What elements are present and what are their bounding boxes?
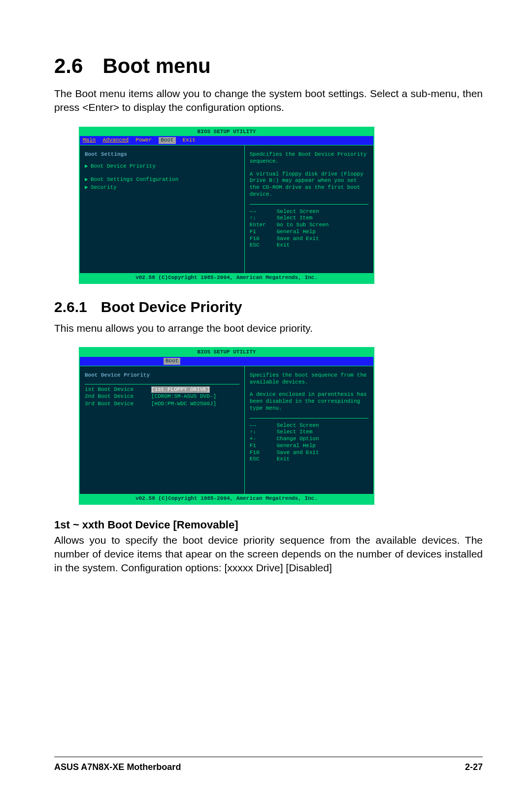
section-title-text: Boot menu [102,54,210,78]
section-number: 2.6 [54,54,83,78]
bios-menubar: Main Advanced Power Boot Exit [80,136,373,145]
bios-tab-boot[interactable]: Boot [159,137,175,144]
bios-tab-power[interactable]: Power [135,137,152,144]
footer-product: ASUS A7N8X-XE Motherboard [54,762,181,772]
subsection-heading: 2.6.1 Boot Device Priority [54,299,483,315]
bios-pane-heading: Boot Settings [85,151,239,158]
bios-option-1st-boot-device[interactable]: 1st Boot Device [1st FLOPPY DRIVE] [85,386,239,393]
bios-key-legend: ←→Select Screen ↑↓Select Item EnterGo to… [250,204,368,249]
subsection-number: 2.6.1 [54,299,87,315]
bios-help-pane: Spedcifies the Boot Device Proiority seq… [245,145,373,273]
bios-title: BIOS SETUP UTILITY [80,348,373,357]
bios-tab-main[interactable]: Main [83,137,96,144]
subsection-intro: This menu allows you to arrange the boot… [54,321,483,335]
bios-copyright: v02.58 (C)Copyright 1985-2004, American … [80,273,373,283]
footer-page-number: 2-27 [465,762,483,772]
bios-screenshot-boot-menu: BIOS SETUP UTILITY Main Advanced Power B… [79,127,374,284]
bios-left-pane: Boot Settings ▶ Boot Device Priority ▶ B… [80,145,245,273]
bios-submenu-boot-settings-config[interactable]: ▶ Boot Settings Configuration [85,176,239,183]
option-body: Allows you to specify the boot device pr… [54,533,483,575]
bios-key-legend: ←→Select Screen ↑↓Select Item +-Change O… [250,418,368,463]
bios-tab-exit[interactable]: Exit [183,137,196,144]
bios-menubar: Boot [80,357,373,366]
bios-help-text-1: Specifies the boot sequence from the ava… [250,372,368,386]
bios-screenshot-boot-device-priority: BIOS SETUP UTILITY Boot Boot Device Prio… [79,347,374,504]
bios-option-3rd-boot-device[interactable]: 3rd Boot Device [HDD:PM-WDC WD2500J] [85,401,239,408]
bios-tab-advanced[interactable]: Advanced [102,137,129,144]
bios-option-2nd-boot-device[interactable]: 2nd Boot Device [CDROM:SM-ASUS DVD-] [85,393,239,400]
bios-left-pane: Boot Device Priority 1st Boot Device [1s… [80,366,245,494]
bios-tab-boot[interactable]: Boot [164,358,180,365]
page-footer: ASUS A7N8X-XE Motherboard 2-27 [54,757,483,772]
bios-help-text-1: Spedcifies the Boot Device Proiority seq… [250,151,368,165]
bios-submenu-boot-device-priority[interactable]: ▶ Boot Device Priority [85,163,239,170]
bios-title: BIOS SETUP UTILITY [80,128,373,137]
subsection-title: Boot Device Priority [101,299,242,315]
caret-right-icon: ▶ [85,176,91,183]
bios-help-pane: Specifies the boot sequence from the ava… [245,366,373,494]
caret-right-icon: ▶ [85,163,91,170]
bios-pane-heading: Boot Device Priority [85,372,239,379]
caret-right-icon: ▶ [85,184,91,191]
bios-help-text-2: A device enclosed in parenthesis has bee… [250,391,368,412]
bios-copyright: v02.58 (C)Copyright 1985-2004, American … [80,494,373,504]
bios-submenu-security[interactable]: ▶ Security [85,184,239,191]
section-heading: 2.6 Boot menu [54,54,483,78]
section-intro: The Boot menu items allow you to change … [54,87,483,115]
bios-help-text-2: A virtual floppy disk drive (Floppy Driv… [250,171,368,198]
option-heading: 1st ~ xxth Boot Device [Removable] [54,519,483,531]
